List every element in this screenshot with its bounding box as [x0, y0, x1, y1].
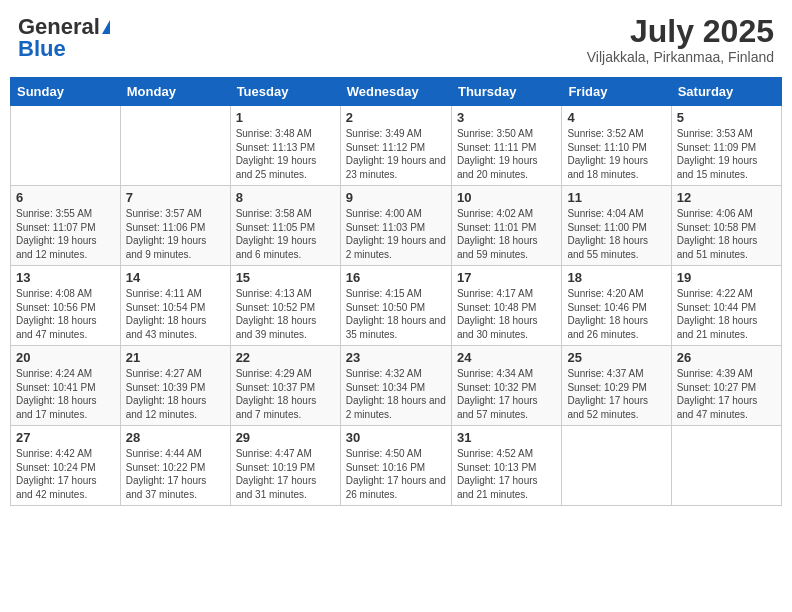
day-details: Sunrise: 3:55 AM Sunset: 11:07 PM Daylig…: [16, 207, 115, 261]
day-details: Sunrise: 4:06 AM Sunset: 10:58 PM Daylig…: [677, 207, 776, 261]
day-number: 13: [16, 270, 115, 285]
day-number: 28: [126, 430, 225, 445]
day-details: Sunrise: 4:32 AM Sunset: 10:34 PM Daylig…: [346, 367, 446, 421]
day-details: Sunrise: 4:29 AM Sunset: 10:37 PM Daylig…: [236, 367, 335, 421]
calendar-cell: 13Sunrise: 4:08 AM Sunset: 10:56 PM Dayl…: [11, 266, 121, 346]
day-number: 22: [236, 350, 335, 365]
calendar-cell: 12Sunrise: 4:06 AM Sunset: 10:58 PM Dayl…: [671, 186, 781, 266]
day-details: Sunrise: 3:50 AM Sunset: 11:11 PM Daylig…: [457, 127, 556, 181]
calendar-cell: [11, 106, 121, 186]
calendar-cell: 22Sunrise: 4:29 AM Sunset: 10:37 PM Dayl…: [230, 346, 340, 426]
day-number: 24: [457, 350, 556, 365]
day-number: 19: [677, 270, 776, 285]
day-number: 23: [346, 350, 446, 365]
calendar-cell: 14Sunrise: 4:11 AM Sunset: 10:54 PM Dayl…: [120, 266, 230, 346]
calendar-cell: 8Sunrise: 3:58 AM Sunset: 11:05 PM Dayli…: [230, 186, 340, 266]
day-number: 21: [126, 350, 225, 365]
day-details: Sunrise: 4:11 AM Sunset: 10:54 PM Daylig…: [126, 287, 225, 341]
calendar-cell: 29Sunrise: 4:47 AM Sunset: 10:19 PM Dayl…: [230, 426, 340, 506]
calendar-cell: 19Sunrise: 4:22 AM Sunset: 10:44 PM Dayl…: [671, 266, 781, 346]
calendar-cell: 17Sunrise: 4:17 AM Sunset: 10:48 PM Dayl…: [451, 266, 561, 346]
calendar-cell: 27Sunrise: 4:42 AM Sunset: 10:24 PM Dayl…: [11, 426, 121, 506]
day-number: 18: [567, 270, 665, 285]
calendar-cell: [671, 426, 781, 506]
calendar-cell: [120, 106, 230, 186]
calendar-header-row: SundayMondayTuesdayWednesdayThursdayFrid…: [11, 78, 782, 106]
calendar-cell: 5Sunrise: 3:53 AM Sunset: 11:09 PM Dayli…: [671, 106, 781, 186]
calendar-table: SundayMondayTuesdayWednesdayThursdayFrid…: [10, 77, 782, 506]
calendar-cell: 24Sunrise: 4:34 AM Sunset: 10:32 PM Dayl…: [451, 346, 561, 426]
calendar-week-row: 6Sunrise: 3:55 AM Sunset: 11:07 PM Dayli…: [11, 186, 782, 266]
day-number: 3: [457, 110, 556, 125]
day-details: Sunrise: 4:20 AM Sunset: 10:46 PM Daylig…: [567, 287, 665, 341]
day-details: Sunrise: 4:24 AM Sunset: 10:41 PM Daylig…: [16, 367, 115, 421]
day-details: Sunrise: 3:53 AM Sunset: 11:09 PM Daylig…: [677, 127, 776, 181]
day-details: Sunrise: 4:22 AM Sunset: 10:44 PM Daylig…: [677, 287, 776, 341]
title-area: July 2025 Viljakkala, Pirkanmaa, Finland: [587, 14, 774, 65]
calendar-cell: 23Sunrise: 4:32 AM Sunset: 10:34 PM Dayl…: [340, 346, 451, 426]
day-number: 30: [346, 430, 446, 445]
day-number: 7: [126, 190, 225, 205]
logo-blue-text: Blue: [18, 36, 66, 62]
day-number: 5: [677, 110, 776, 125]
day-of-week-header: Sunday: [11, 78, 121, 106]
day-number: 25: [567, 350, 665, 365]
day-number: 17: [457, 270, 556, 285]
day-details: Sunrise: 4:04 AM Sunset: 11:00 PM Daylig…: [567, 207, 665, 261]
calendar-cell: 31Sunrise: 4:52 AM Sunset: 10:13 PM Dayl…: [451, 426, 561, 506]
day-number: 11: [567, 190, 665, 205]
day-number: 14: [126, 270, 225, 285]
calendar-cell: 30Sunrise: 4:50 AM Sunset: 10:16 PM Dayl…: [340, 426, 451, 506]
calendar-cell: 11Sunrise: 4:04 AM Sunset: 11:00 PM Dayl…: [562, 186, 671, 266]
day-number: 29: [236, 430, 335, 445]
calendar-cell: 6Sunrise: 3:55 AM Sunset: 11:07 PM Dayli…: [11, 186, 121, 266]
day-number: 1: [236, 110, 335, 125]
day-of-week-header: Friday: [562, 78, 671, 106]
page-header: General Blue July 2025 Viljakkala, Pirka…: [10, 10, 782, 69]
day-of-week-header: Wednesday: [340, 78, 451, 106]
day-details: Sunrise: 4:34 AM Sunset: 10:32 PM Daylig…: [457, 367, 556, 421]
day-number: 8: [236, 190, 335, 205]
day-of-week-header: Tuesday: [230, 78, 340, 106]
calendar-week-row: 1Sunrise: 3:48 AM Sunset: 11:13 PM Dayli…: [11, 106, 782, 186]
day-of-week-header: Monday: [120, 78, 230, 106]
day-number: 27: [16, 430, 115, 445]
calendar-cell: 28Sunrise: 4:44 AM Sunset: 10:22 PM Dayl…: [120, 426, 230, 506]
calendar-cell: 21Sunrise: 4:27 AM Sunset: 10:39 PM Dayl…: [120, 346, 230, 426]
calendar-cell: 7Sunrise: 3:57 AM Sunset: 11:06 PM Dayli…: [120, 186, 230, 266]
day-of-week-header: Saturday: [671, 78, 781, 106]
calendar-cell: 26Sunrise: 4:39 AM Sunset: 10:27 PM Dayl…: [671, 346, 781, 426]
logo: General Blue: [18, 14, 110, 62]
day-number: 26: [677, 350, 776, 365]
calendar-cell: 9Sunrise: 4:00 AM Sunset: 11:03 PM Dayli…: [340, 186, 451, 266]
day-number: 9: [346, 190, 446, 205]
day-details: Sunrise: 4:37 AM Sunset: 10:29 PM Daylig…: [567, 367, 665, 421]
day-details: Sunrise: 4:15 AM Sunset: 10:50 PM Daylig…: [346, 287, 446, 341]
calendar-cell: 4Sunrise: 3:52 AM Sunset: 11:10 PM Dayli…: [562, 106, 671, 186]
calendar-cell: 25Sunrise: 4:37 AM Sunset: 10:29 PM Dayl…: [562, 346, 671, 426]
calendar-cell: [562, 426, 671, 506]
day-number: 2: [346, 110, 446, 125]
calendar-cell: 16Sunrise: 4:15 AM Sunset: 10:50 PM Dayl…: [340, 266, 451, 346]
day-details: Sunrise: 3:57 AM Sunset: 11:06 PM Daylig…: [126, 207, 225, 261]
day-details: Sunrise: 4:13 AM Sunset: 10:52 PM Daylig…: [236, 287, 335, 341]
day-number: 10: [457, 190, 556, 205]
day-details: Sunrise: 3:48 AM Sunset: 11:13 PM Daylig…: [236, 127, 335, 181]
day-number: 12: [677, 190, 776, 205]
day-number: 16: [346, 270, 446, 285]
calendar-cell: 3Sunrise: 3:50 AM Sunset: 11:11 PM Dayli…: [451, 106, 561, 186]
day-details: Sunrise: 3:49 AM Sunset: 11:12 PM Daylig…: [346, 127, 446, 181]
day-details: Sunrise: 4:44 AM Sunset: 10:22 PM Daylig…: [126, 447, 225, 501]
day-number: 15: [236, 270, 335, 285]
day-number: 4: [567, 110, 665, 125]
day-number: 31: [457, 430, 556, 445]
logo-triangle-icon: [102, 20, 110, 34]
day-number: 20: [16, 350, 115, 365]
location-title: Viljakkala, Pirkanmaa, Finland: [587, 49, 774, 65]
day-details: Sunrise: 4:39 AM Sunset: 10:27 PM Daylig…: [677, 367, 776, 421]
day-number: 6: [16, 190, 115, 205]
day-details: Sunrise: 3:58 AM Sunset: 11:05 PM Daylig…: [236, 207, 335, 261]
day-details: Sunrise: 4:52 AM Sunset: 10:13 PM Daylig…: [457, 447, 556, 501]
calendar-week-row: 27Sunrise: 4:42 AM Sunset: 10:24 PM Dayl…: [11, 426, 782, 506]
day-of-week-header: Thursday: [451, 78, 561, 106]
